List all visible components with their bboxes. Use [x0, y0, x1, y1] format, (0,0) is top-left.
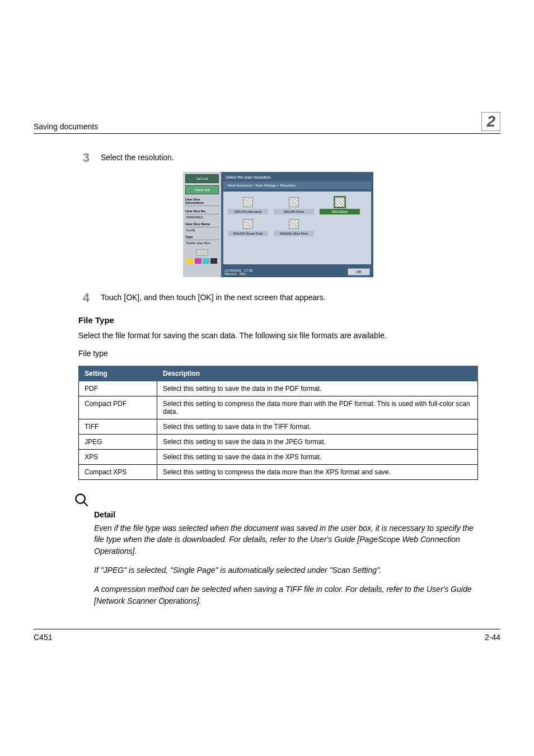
- check-job-button[interactable]: Check Job: [185, 185, 219, 194]
- file-type-caption: File type: [78, 348, 478, 360]
- user-box-name-value: box01: [186, 228, 219, 232]
- header-chapter-number: 2: [481, 112, 500, 131]
- file-type-heading: File Type: [78, 315, 478, 325]
- table-header-setting: Setting: [79, 366, 157, 381]
- job-list-button[interactable]: Job List: [185, 174, 219, 183]
- footer-memory-label: Memory: [224, 272, 237, 276]
- option-preview-icon: [335, 197, 345, 207]
- resolution-option-300x300[interactable]: 300x300dpi: [320, 197, 360, 214]
- detail-paragraph: If "JPEG" is selected, "Single Page" is …: [94, 564, 478, 576]
- user-box-no-label: User Box No.: [185, 209, 219, 214]
- table-row: XPS Select this setting to save the data…: [79, 450, 478, 465]
- user-box-name-label: User Box Name: [185, 222, 219, 227]
- detail-heading: Detail: [94, 510, 478, 519]
- option-label: 300x300dpi: [320, 209, 360, 214]
- cell-description: Select this setting to save the data in …: [157, 450, 478, 465]
- step-3: 3 Select the resolution.: [78, 151, 478, 165]
- cell-setting: XPS: [79, 450, 157, 465]
- cell-description: Select this setting to save data in the …: [157, 419, 478, 435]
- toner-yellow-icon: [187, 258, 194, 264]
- option-preview-icon: [243, 219, 253, 229]
- screenshot-main: Select the scan resolution. Save Documen…: [221, 172, 373, 277]
- header-section-title: Saving documents: [34, 122, 98, 131]
- type-label: Type: [185, 235, 219, 240]
- cell-setting: TIFF: [79, 419, 157, 435]
- footer-page-number: 2-44: [485, 633, 500, 642]
- resolution-options: 200x100 (Standard) 200x200 (Fine) 300x30…: [223, 192, 371, 264]
- user-box-no-value: 000000001: [186, 216, 219, 219]
- file-type-table: Setting Description PDF Select this sett…: [78, 366, 478, 480]
- svg-line-1: [84, 502, 88, 506]
- option-label: 600x600 (Ultra Fine): [274, 231, 314, 236]
- cell-description: Select this setting to save the data in …: [157, 435, 478, 450]
- resolution-option-200x100[interactable]: 200x100 (Standard): [228, 197, 268, 214]
- file-type-intro: Select the file format for saving the sc…: [78, 330, 478, 342]
- option-preview-icon: [289, 197, 299, 207]
- cell-setting: JPEG: [79, 435, 157, 450]
- page-header: Saving documents 2: [34, 0, 500, 134]
- cell-setting: Compact XPS: [79, 465, 157, 480]
- magnifier-icon: [74, 492, 90, 508]
- device-screenshot: Job List Check Job User Box Information …: [183, 172, 373, 277]
- indicator-icon: [196, 249, 208, 256]
- table-header-description: Description: [157, 366, 478, 381]
- table-row: Compact PDF Select this setting to compr…: [79, 396, 478, 419]
- toner-black-icon: [210, 258, 217, 264]
- option-label: 200x200 (Fine): [274, 209, 314, 214]
- screenshot-footer: 11/20/2006 17:28 Memory 99% OK: [221, 267, 373, 277]
- table-row: Compact XPS Select this setting to compr…: [79, 465, 478, 480]
- step-number: 3: [78, 151, 90, 165]
- user-box-info-label: User Box Information: [185, 198, 219, 206]
- option-label: 200x100 (Standard): [228, 209, 268, 214]
- ok-button[interactable]: OK: [348, 268, 370, 276]
- type-value: Public User Box: [186, 241, 219, 245]
- option-preview-icon: [289, 219, 299, 229]
- step-text: Touch [OK], and then touch [OK] in the n…: [101, 291, 326, 302]
- step-4: 4 Touch [OK], and then touch [OK] in the…: [78, 291, 478, 305]
- resolution-option-600x600[interactable]: 600x600 (Ultra Fine): [274, 219, 314, 236]
- footer-left: 11/20/2006 17:28 Memory 99%: [224, 269, 252, 276]
- table-row: TIFF Select this setting to save data in…: [79, 419, 478, 435]
- page-footer: C451 2-44: [34, 629, 500, 642]
- svg-point-0: [76, 494, 85, 503]
- toner-indicator: [185, 258, 219, 264]
- resolution-option-400x400[interactable]: 400x400 (Super Fine): [228, 219, 268, 236]
- option-preview-icon: [243, 197, 253, 207]
- toner-cyan-icon: [203, 258, 209, 264]
- breadcrumb: Save Document > Scan Settings > Resoluti…: [223, 181, 371, 189]
- cell-description: Select this setting to save the data in …: [157, 381, 478, 396]
- detail-paragraph: Even if the file type was selected when …: [94, 522, 478, 557]
- table-row: PDF Select this setting to save the data…: [79, 381, 478, 396]
- resolution-option-200x200[interactable]: 200x200 (Fine): [274, 197, 314, 214]
- detail-paragraph: A compression method can be selected whe…: [94, 584, 478, 606]
- cell-setting: PDF: [79, 381, 157, 396]
- screenshot-title: Select the scan resolution.: [221, 172, 373, 180]
- table-row: JPEG Select this setting to save the dat…: [79, 435, 478, 450]
- footer-memory-value: 99%: [240, 272, 246, 276]
- footer-model: C451: [34, 633, 52, 642]
- option-label: 400x400 (Super Fine): [228, 231, 268, 236]
- step-text: Select the resolution.: [101, 151, 174, 162]
- cell-description: Select this setting to compress the data…: [157, 465, 478, 480]
- cell-setting: Compact PDF: [79, 396, 157, 419]
- screenshot-sidebar: Job List Check Job User Box Information …: [183, 172, 221, 277]
- toner-magenta-icon: [195, 258, 202, 264]
- step-number: 4: [78, 291, 90, 305]
- cell-description: Select this setting to compress the data…: [157, 396, 478, 419]
